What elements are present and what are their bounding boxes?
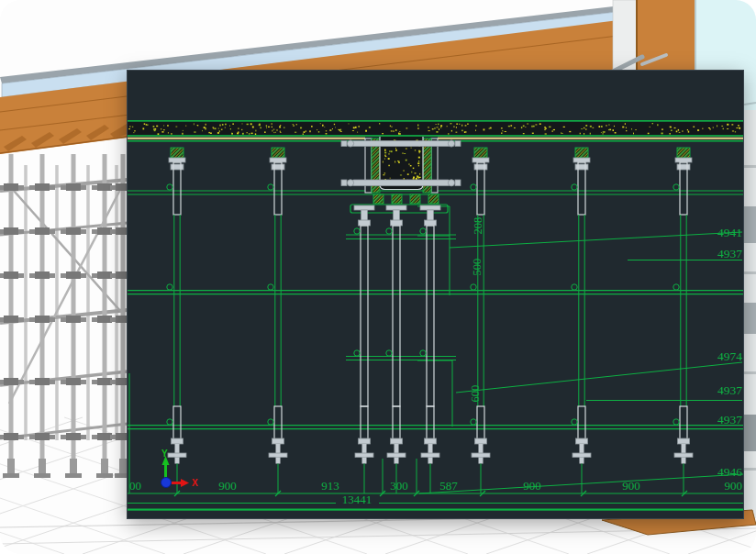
- dim-label: 587: [439, 479, 458, 493]
- dim-label: 00: [129, 479, 141, 493]
- dim-label-vertical: 500: [471, 259, 484, 276]
- elevation-label: 4974: [717, 349, 742, 363]
- ucs-x-label: X: [192, 478, 198, 488]
- dim-label: 900: [725, 479, 743, 493]
- screenshot-root: Y X 00 900 913 300 587 900 900 900 13441: [0, 0, 756, 554]
- elevation-label: 4946: [717, 465, 742, 479]
- dim-label: 900: [523, 479, 541, 493]
- ucs-y-label: Y: [161, 449, 168, 459]
- scaffold-3d: [0, 154, 136, 478]
- elevation-label: 4937: [717, 413, 742, 427]
- ground-line: [128, 509, 743, 511]
- elevation-label: 4941: [717, 226, 742, 239]
- dim-label: 900: [622, 479, 640, 493]
- right-strip: [741, 110, 756, 518]
- dim-label-vertical: 600: [469, 385, 482, 403]
- elevation-label: 4937: [717, 383, 742, 397]
- dim-label: 900: [218, 479, 237, 493]
- dim-total-label: 13441: [342, 493, 372, 506]
- dim-label-vertical: 208: [472, 217, 484, 235]
- ucs-origin-icon: [161, 478, 172, 488]
- dim-label: 300: [390, 479, 408, 493]
- dim-label: 913: [321, 479, 339, 493]
- cad-drawing-panel[interactable]: Y X 00 900 913 300 587 900 900 900 13441: [128, 71, 743, 518]
- elevation-label: 4937: [717, 247, 742, 260]
